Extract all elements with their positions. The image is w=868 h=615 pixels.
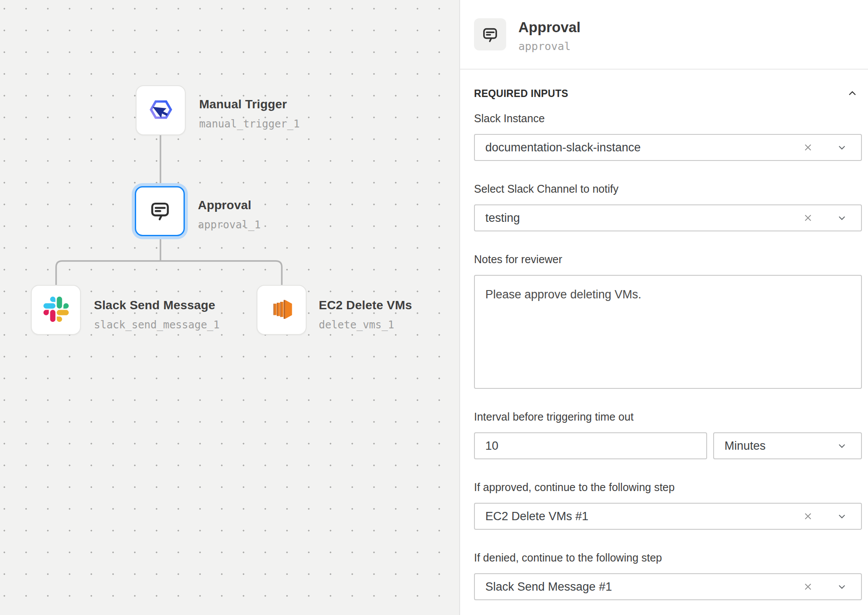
slack-channel-select[interactable]: testing xyxy=(474,204,862,231)
node-title: Approval xyxy=(198,198,261,212)
chevron-down-icon[interactable] xyxy=(836,141,848,154)
chevron-down-icon[interactable] xyxy=(836,440,848,452)
clear-icon[interactable] xyxy=(802,510,814,522)
interval-unit-value: Minutes xyxy=(724,439,766,453)
panel-title: Approval xyxy=(518,19,581,36)
clear-icon[interactable] xyxy=(802,212,814,224)
header-divider xyxy=(460,69,868,70)
node-title: EC2 Delete VMs xyxy=(319,298,412,312)
ec2-icon xyxy=(268,295,296,325)
manual-trigger-icon xyxy=(147,96,174,125)
node-slack-send-message[interactable] xyxy=(31,285,81,335)
node-id: slack_send_message_1 xyxy=(94,319,220,331)
node-id: approval_1 xyxy=(198,219,261,231)
chevron-up-icon[interactable] xyxy=(847,88,858,99)
slack-instance-select[interactable]: documentation-slack-instance xyxy=(474,134,862,161)
slack-instance-label: Slack Instance xyxy=(474,112,862,125)
if-denied-value: Slack Send Message #1 xyxy=(485,580,802,594)
section-title: REQUIRED INPUTS xyxy=(474,88,568,100)
approval-icon xyxy=(148,198,172,224)
if-denied-select[interactable]: Slack Send Message #1 xyxy=(474,573,862,600)
interval-row: 10 Minutes xyxy=(474,424,862,459)
step-config-panel: Approval approval REQUIRED INPUTS Slack … xyxy=(459,0,868,615)
if-denied-label: If denied, continue to the following ste… xyxy=(474,551,862,565)
interval-value-input[interactable]: 10 xyxy=(474,432,707,459)
node-approval[interactable] xyxy=(135,186,185,236)
chevron-down-icon[interactable] xyxy=(836,510,848,522)
node-title: Slack Send Message xyxy=(94,298,220,312)
if-approved-value: EC2 Delete VMs #1 xyxy=(485,510,802,523)
chevron-down-icon[interactable] xyxy=(836,212,848,224)
node-ec2-delete-vms[interactable] xyxy=(257,285,307,335)
panel-subtitle: approval xyxy=(518,40,581,53)
panel-header: Approval approval xyxy=(460,0,868,69)
approval-icon xyxy=(474,18,506,50)
workflow-canvas[interactable]: Manual Trigger manual_trigger_1 Approval… xyxy=(0,0,460,615)
node-id: manual_trigger_1 xyxy=(199,118,300,130)
notes-label: Notes for reviewer xyxy=(474,253,862,266)
slack-instance-value: documentation-slack-instance xyxy=(485,141,802,154)
node-title: Manual Trigger xyxy=(199,97,300,111)
if-approved-select[interactable]: EC2 Delete VMs #1 xyxy=(474,503,862,530)
interval-unit-select[interactable]: Minutes xyxy=(713,432,862,459)
clear-icon[interactable] xyxy=(802,141,814,154)
chevron-down-icon[interactable] xyxy=(836,581,848,593)
if-approved-label: If approved, continue to the following s… xyxy=(474,481,862,494)
slack-channel-value: testing xyxy=(485,211,802,225)
interval-label: Interval before triggering time out xyxy=(474,411,862,424)
notes-textarea[interactable]: Please approve deleting VMs. xyxy=(474,275,862,389)
slack-icon xyxy=(43,297,69,324)
slack-channel-label: Select Slack Channel to notify xyxy=(474,183,862,196)
node-id: delete_vms_1 xyxy=(319,319,412,331)
node-manual-trigger[interactable] xyxy=(136,85,186,135)
clear-icon[interactable] xyxy=(802,581,814,593)
required-inputs-section-header[interactable]: REQUIRED INPUTS xyxy=(474,86,862,101)
